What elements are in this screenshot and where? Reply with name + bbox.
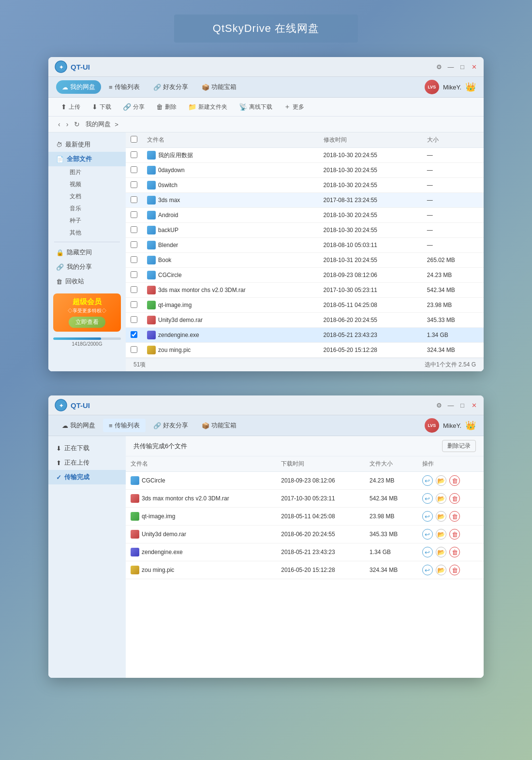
forward-button[interactable]: › — [64, 119, 71, 129]
nav-transfer-list[interactable]: ≡ 传输列表 — [103, 80, 146, 94]
sidebar-item-all-files[interactable]: 📄 全部文件 — [48, 152, 126, 166]
transfer-table-row[interactable]: zou ming.pic 2016-05-20 15:12:28 324.34 … — [126, 561, 484, 579]
action-delete-icon[interactable]: 🗑 — [449, 475, 460, 486]
table-row[interactable]: CGCircle 2018-09-23 08:12:06 24.23 MB — [126, 268, 484, 283]
action-folder-icon[interactable]: 📂 — [436, 565, 446, 575]
transfer-minimize-icon[interactable]: — — [447, 401, 455, 409]
row-checkbox-cell[interactable] — [126, 343, 142, 358]
sidebar-item-seeds[interactable]: 种子 — [62, 215, 126, 227]
row-checkbox[interactable] — [131, 241, 137, 248]
settings-icon[interactable]: ⚙ — [435, 63, 443, 71]
sidebar-item-others[interactable]: 其他 — [62, 227, 126, 239]
action-open-icon[interactable]: ↩ — [422, 565, 433, 575]
row-checkbox-cell[interactable] — [126, 268, 142, 283]
nav-friend-share[interactable]: 🔗 好友分享 — [148, 80, 194, 94]
download-button[interactable]: ⬇ 下载 — [87, 101, 116, 113]
table-row[interactable]: Blender 2018-08-10 05:03:11 — — [126, 238, 484, 253]
action-delete-icon[interactable]: 🗑 — [449, 493, 460, 504]
sidebar-item-docs[interactable]: 文档 — [62, 190, 126, 203]
sidebar-item-recent[interactable]: ⏱ 最新使用 — [48, 137, 126, 152]
minimize-icon[interactable]: — — [447, 63, 455, 71]
table-row[interactable]: zou ming.pic 2016-05-20 15:12:28 324.34 … — [126, 343, 484, 358]
sidebar-item-my-share[interactable]: 🔗 我的分享 — [48, 260, 126, 274]
nav-feature-box[interactable]: 📦 功能宝箱 — [196, 80, 242, 94]
row-checkbox[interactable] — [131, 271, 137, 278]
row-checkbox[interactable] — [131, 331, 137, 338]
row-checkbox[interactable] — [131, 286, 137, 293]
vip-btn[interactable]: 立即查看 — [69, 317, 105, 328]
table-row[interactable]: zendengine.exe 2018-05-21 23:43:23 1.34 … — [126, 328, 484, 343]
table-row[interactable]: Unity3d demo.rar 2018-06-20 20:24:55 345… — [126, 313, 484, 328]
row-checkbox[interactable] — [131, 181, 137, 188]
table-row[interactable]: qt-image.img 2018-05-11 04:25:08 23.98 M… — [126, 298, 484, 313]
transfer-maximize-icon[interactable]: □ — [458, 401, 466, 409]
sidebar-uploading[interactable]: ⬆ 正在上传 — [48, 455, 126, 470]
transfer-close-icon[interactable]: ✕ — [470, 401, 478, 409]
sidebar-item-music[interactable]: 音乐 — [62, 203, 126, 215]
sidebar-item-videos[interactable]: 视频 — [62, 178, 126, 190]
sidebar-item-images[interactable]: 图片 — [62, 166, 126, 178]
row-checkbox[interactable] — [131, 226, 137, 233]
table-row[interactable]: 0switch 2018-10-30 20:24:55 — — [126, 178, 484, 193]
transfer-settings-icon[interactable]: ⚙ — [435, 401, 443, 409]
row-checkbox[interactable] — [131, 196, 137, 203]
transfer-table-row[interactable]: CGCircle 2018-09-23 08:12:06 24.23 MB ↩ … — [126, 472, 484, 490]
action-delete-icon[interactable]: 🗑 — [449, 565, 460, 575]
delete-records-button[interactable]: 删除记录 — [442, 440, 476, 452]
row-checkbox-cell[interactable] — [126, 253, 142, 268]
sidebar-downloading[interactable]: ⬇ 正在下载 — [48, 441, 126, 455]
row-checkbox[interactable] — [131, 166, 137, 173]
back-button[interactable]: ‹ — [56, 119, 62, 129]
transfer-nav-friend-share[interactable]: 🔗 好友分享 — [148, 419, 194, 432]
transfer-table-row[interactable]: qt-image.img 2018-05-11 04:25:08 23.98 M… — [126, 508, 484, 526]
row-checkbox-cell[interactable] — [126, 328, 142, 343]
row-checkbox-cell[interactable] — [126, 298, 142, 313]
row-checkbox[interactable] — [131, 346, 137, 353]
action-open-icon[interactable]: ↩ — [422, 493, 433, 504]
row-checkbox[interactable] — [131, 211, 137, 218]
delete-button[interactable]: 🗑 删除 — [151, 101, 181, 113]
table-row[interactable]: 3ds max montor chs v2.0 3DM.rar 2017-10-… — [126, 283, 484, 298]
upload-button[interactable]: ⬆ 上传 — [56, 101, 85, 113]
table-row[interactable]: 0daydown 2018-10-30 20:24:55 — — [126, 163, 484, 178]
new-folder-button[interactable]: 📁 新建文件夹 — [183, 101, 232, 113]
maximize-icon[interactable]: □ — [458, 63, 466, 71]
action-folder-icon[interactable]: 📂 — [436, 547, 446, 557]
action-folder-icon[interactable]: 📂 — [436, 475, 446, 486]
close-icon[interactable]: ✕ — [470, 63, 478, 71]
transfer-nav-transfer-list[interactable]: ≡ 传输列表 — [103, 419, 146, 432]
action-open-icon[interactable]: ↩ — [422, 529, 433, 540]
transfer-table-row[interactable]: zendengine.exe 2018-05-21 23:43:23 1.34 … — [126, 543, 484, 561]
select-all-checkbox[interactable] — [131, 136, 137, 143]
table-row[interactable]: 3ds max 2017-08-31 23:24:55 — — [126, 193, 484, 208]
table-row[interactable]: Book 2018-10-31 20:24:55 265.02 MB — [126, 253, 484, 268]
transfer-nav-my-disk[interactable]: ☁ 我的网盘 — [56, 419, 101, 432]
more-button[interactable]: ＋ 更多 — [279, 101, 309, 113]
action-folder-icon[interactable]: 📂 — [436, 511, 446, 522]
row-checkbox-cell[interactable] — [126, 313, 142, 328]
table-row[interactable]: backUP 2018-10-30 20:24:55 — — [126, 223, 484, 238]
action-open-icon[interactable]: ↩ — [422, 547, 433, 557]
action-folder-icon[interactable]: 📂 — [436, 529, 446, 540]
row-checkbox-cell[interactable] — [126, 283, 142, 298]
row-checkbox[interactable] — [131, 151, 137, 158]
row-checkbox-cell[interactable] — [126, 208, 142, 223]
row-checkbox-cell[interactable] — [126, 163, 142, 178]
action-open-icon[interactable]: ↩ — [422, 511, 433, 522]
action-delete-icon[interactable]: 🗑 — [449, 547, 460, 557]
share-button[interactable]: 🔗 分享 — [118, 101, 149, 113]
row-checkbox-cell[interactable] — [126, 193, 142, 208]
action-delete-icon[interactable]: 🗑 — [449, 529, 460, 540]
row-checkbox[interactable] — [131, 301, 137, 308]
sidebar-item-hidden[interactable]: 🔒 隐藏空间 — [48, 245, 126, 260]
action-open-icon[interactable]: ↩ — [422, 475, 433, 486]
row-checkbox[interactable] — [131, 256, 137, 263]
sidebar-completed[interactable]: ✓ 传输完成 — [48, 470, 126, 484]
table-row[interactable]: Android 2018-10-30 20:24:55 — — [126, 208, 484, 223]
refresh-button[interactable]: ↻ — [72, 119, 82, 129]
sidebar-item-recycle[interactable]: 🗑 回收站 — [48, 274, 126, 289]
row-checkbox[interactable] — [131, 316, 137, 323]
transfer-table-row[interactable]: 3ds max montor chs v2.0 3DM.rar 2017-10-… — [126, 490, 484, 508]
offline-download-button[interactable]: 📡 离线下载 — [234, 101, 277, 113]
transfer-nav-feature-box[interactable]: 📦 功能宝箱 — [196, 419, 242, 432]
